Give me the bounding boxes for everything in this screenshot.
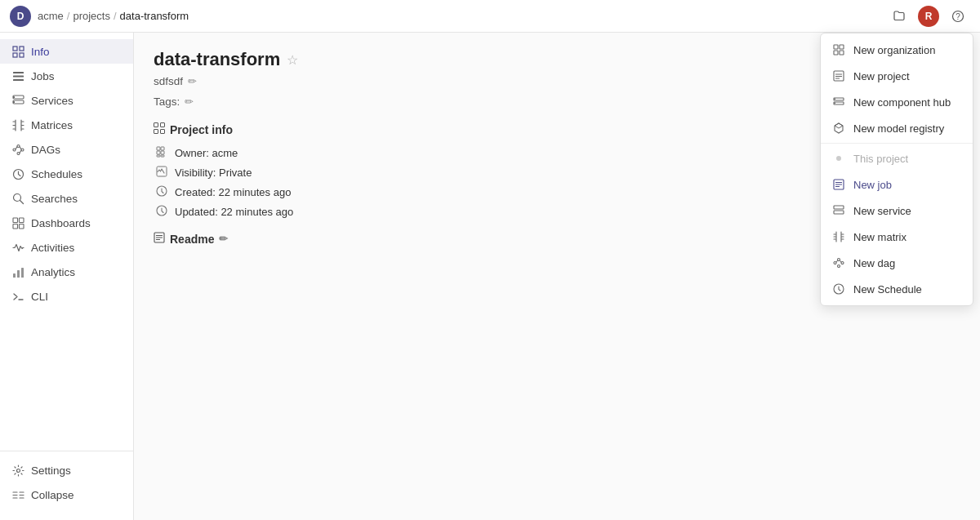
sidebar-label-dags: DAGs	[31, 144, 60, 156]
svg-rect-42	[157, 147, 160, 150]
menu-item-new-model-registry[interactable]: New model registry	[821, 115, 973, 141]
svg-rect-43	[161, 147, 164, 150]
svg-rect-39	[161, 123, 165, 127]
sidebar-item-dags[interactable]: DAGs	[0, 137, 133, 162]
matrices-icon	[11, 118, 24, 131]
svg-rect-4	[13, 53, 17, 57]
project-info-title: Project info	[170, 123, 233, 136]
breadcrumb-org[interactable]: acme	[38, 10, 64, 22]
menu-item-new-dag[interactable]: New dag	[821, 250, 973, 276]
new-model-icon	[832, 122, 845, 135]
svg-rect-57	[834, 51, 838, 55]
svg-rect-72	[834, 206, 844, 209]
sidebar-item-cli[interactable]: CLI	[0, 284, 133, 309]
svg-line-22	[20, 200, 23, 203]
project-title: data-transform	[154, 49, 280, 70]
svg-rect-56	[840, 45, 844, 49]
svg-rect-40	[154, 130, 158, 134]
main-layout: Info Jobs Services Matrice	[0, 33, 980, 520]
menu-item-new-service[interactable]: New service	[821, 198, 973, 224]
svg-point-31	[16, 469, 20, 472]
created-label: Created: 22 minutes ago	[175, 186, 291, 198]
menu-item-new-job[interactable]: New job	[821, 171, 973, 198]
svg-line-17	[16, 146, 17, 149]
new-job-icon	[832, 178, 845, 191]
svg-rect-55	[834, 45, 838, 49]
app-container: D acme / projects / data-transform R ?	[0, 0, 980, 520]
searches-icon	[11, 192, 24, 205]
created-icon	[155, 185, 168, 199]
sidebar-item-matrices[interactable]: Matrices	[0, 113, 133, 137]
svg-rect-7	[13, 75, 24, 77]
sidebar-item-collapse[interactable]: Collapse	[0, 482, 133, 507]
sidebar-item-services[interactable]: Services	[0, 88, 133, 113]
svg-rect-58	[840, 51, 844, 55]
help-icon-button[interactable]: ?	[946, 4, 970, 29]
svg-rect-11	[13, 96, 15, 98]
menu-item-new-project[interactable]: New project	[821, 63, 973, 89]
cli-icon	[11, 290, 24, 303]
new-schedule-label: New Schedule	[853, 283, 922, 296]
sidebar-item-schedules[interactable]: Schedules	[0, 162, 133, 186]
sidebar: Info Jobs Services Matrice	[0, 33, 134, 520]
this-project-icon	[832, 152, 845, 165]
svg-rect-5	[20, 53, 24, 57]
breadcrumb-projects[interactable]: projects	[73, 10, 110, 22]
sidebar-item-dashboards[interactable]: Dashboards	[0, 211, 133, 235]
star-button[interactable]: ☆	[287, 52, 298, 68]
updated-icon	[155, 205, 168, 219]
readme-label: Readme	[170, 233, 214, 246]
new-matrix-label: New matrix	[853, 231, 906, 243]
help-icon: ?	[951, 10, 964, 23]
sidebar-label-searches: Searches	[31, 193, 78, 205]
dropdown-menu: New organization New project New compone…	[820, 33, 973, 306]
sidebar-item-analytics[interactable]: Analytics	[0, 260, 133, 284]
svg-point-77	[838, 265, 840, 268]
svg-point-67	[836, 156, 841, 161]
svg-point-14	[17, 144, 20, 147]
sidebar-item-jobs[interactable]: Jobs	[0, 64, 133, 88]
info-icon	[11, 45, 24, 58]
svg-rect-24	[19, 218, 24, 223]
sidebar-label-settings: Settings	[31, 464, 71, 477]
svg-point-16	[17, 152, 20, 154]
new-hub-label: New component hub	[853, 96, 951, 109]
svg-text:?: ?	[956, 12, 960, 21]
r-avatar[interactable]: R	[918, 6, 939, 27]
sidebar-item-info[interactable]: Info	[0, 39, 133, 64]
sidebar-item-settings[interactable]: Settings	[0, 458, 133, 482]
subtitle-edit-icon[interactable]: ✏	[188, 75, 197, 87]
owner-icon	[155, 146, 168, 160]
folder-icon-button[interactable]	[887, 4, 911, 29]
svg-rect-3	[20, 47, 24, 51]
readme-edit-icon[interactable]: ✏	[219, 233, 228, 245]
sidebar-item-searches[interactable]: Searches	[0, 186, 133, 211]
sidebar-bottom: Settings Collapse	[0, 451, 133, 513]
svg-point-13	[13, 149, 16, 151]
menu-item-new-schedule[interactable]: New Schedule	[821, 276, 973, 302]
sidebar-label-analytics: Analytics	[31, 266, 75, 278]
visibility-icon	[155, 166, 168, 180]
collapse-icon	[11, 488, 24, 501]
sidebar-item-activities[interactable]: Activities	[0, 235, 133, 260]
project-info-icon	[154, 122, 165, 136]
svg-rect-23	[13, 218, 18, 223]
breadcrumb-current: data-transform	[120, 10, 189, 22]
d-avatar[interactable]: D	[10, 6, 31, 27]
new-dag-icon	[832, 256, 845, 269]
menu-item-new-matrix[interactable]: New matrix	[821, 224, 973, 250]
tags-edit-icon[interactable]: ✏	[185, 96, 194, 108]
svg-rect-47	[161, 155, 164, 157]
new-project-label: New project	[853, 70, 910, 82]
svg-rect-27	[13, 273, 16, 278]
topbar-right: R ?	[887, 4, 970, 29]
new-schedule-icon	[832, 282, 845, 296]
services-icon	[11, 94, 24, 107]
updated-label: Updated: 22 minutes ago	[175, 206, 293, 218]
menu-item-new-org[interactable]: New organization	[821, 37, 973, 63]
dags-icon	[11, 143, 24, 156]
sidebar-label-services: Services	[31, 95, 74, 107]
menu-item-new-component-hub[interactable]: New component hub	[821, 89, 973, 115]
new-dag-label: New dag	[853, 257, 895, 269]
svg-rect-66	[835, 103, 836, 104]
